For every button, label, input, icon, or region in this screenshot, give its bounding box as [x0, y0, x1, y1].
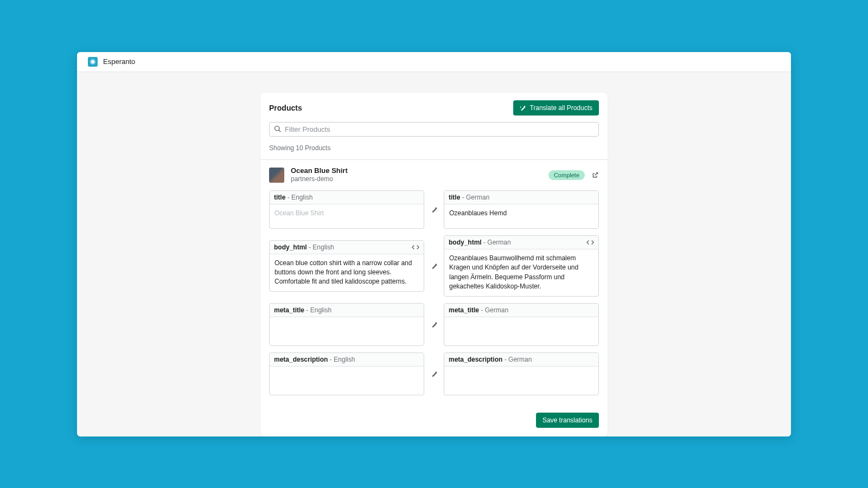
product-vendor: partners-demo	[291, 175, 542, 184]
product-name: Ocean Blue Shirt	[291, 166, 542, 176]
translate-field-button[interactable]	[430, 370, 438, 377]
field-key: title	[449, 194, 460, 201]
field-header: title - German	[444, 191, 598, 204]
code-icon[interactable]	[586, 239, 594, 246]
field-value[interactable]	[270, 367, 424, 395]
content-area: Products Translate all Products Showing …	[77, 72, 791, 436]
field-header: meta_title - English	[270, 304, 424, 317]
field-row-meta-description: meta_description - English meta_descript…	[269, 352, 599, 395]
field-value[interactable]	[444, 317, 598, 345]
translate-field-button[interactable]	[430, 321, 438, 328]
app-window: Esperanto Products Translate all Product…	[77, 52, 791, 436]
search-icon	[274, 125, 282, 133]
field-key: body_html	[449, 239, 482, 246]
field-row-title: title - English Ocean Blue Shirt title -…	[269, 190, 599, 229]
field-body-html-source[interactable]: body_html - English Ocean blue cotton sh…	[269, 240, 424, 292]
translate-field-button[interactable]	[430, 206, 438, 213]
field-value[interactable]: Ocean blue cotton shirt with a narrow co…	[270, 254, 424, 291]
search-input[interactable]	[285, 125, 594, 133]
field-key: meta_description	[449, 356, 502, 363]
app-logo-icon	[90, 59, 95, 65]
field-header: meta_title - German	[444, 304, 598, 317]
save-translations-button[interactable]: Save translations	[536, 413, 599, 428]
field-key: meta_title	[274, 306, 304, 314]
translate-field-button[interactable]	[430, 262, 438, 269]
field-lang: English	[312, 243, 334, 251]
translate-all-label: Translate all Products	[529, 104, 592, 112]
field-meta-description-target[interactable]: meta_description - German	[444, 352, 599, 395]
field-value[interactable]: Ozeanblaues Hemd	[444, 204, 598, 228]
card-header: Products Translate all Products	[260, 93, 608, 122]
field-meta-title-target[interactable]: meta_title - German	[444, 303, 599, 346]
field-key: body_html	[274, 243, 307, 251]
magic-wand-icon	[520, 105, 526, 111]
page-title: Products	[269, 104, 302, 112]
field-meta-title-source[interactable]: meta_title - English	[269, 303, 424, 346]
magic-wand-icon	[431, 370, 438, 377]
field-title-source[interactable]: title - English Ocean Blue Shirt	[269, 190, 424, 229]
search-wrap	[260, 122, 608, 141]
product-block: Ocean Blue Shirt partners-demo Complete …	[260, 159, 608, 436]
field-value[interactable]: Ozeanblaues Baumwollhemd mit schmalem Kr…	[444, 249, 598, 296]
field-lang: English	[291, 194, 312, 201]
field-header: title - English	[270, 191, 424, 204]
field-header: meta_description - German	[444, 353, 598, 367]
field-key: meta_description	[274, 356, 328, 363]
search-box[interactable]	[269, 122, 599, 137]
app-logo	[88, 57, 98, 67]
magic-wand-icon	[431, 206, 438, 213]
field-lang: German	[466, 194, 489, 201]
field-lang: German	[508, 356, 532, 363]
field-meta-description-source[interactable]: meta_description - English	[269, 352, 424, 395]
field-lang: German	[487, 239, 510, 246]
field-key: meta_title	[449, 306, 479, 314]
field-value[interactable]	[270, 317, 424, 345]
field-row-meta-title: meta_title - English meta_title - German	[269, 303, 599, 346]
field-lang: English	[334, 356, 355, 363]
magic-wand-icon	[431, 321, 438, 328]
field-header: meta_description - English	[270, 353, 424, 367]
save-label: Save translations	[542, 416, 592, 424]
save-row: Save translations	[260, 410, 608, 436]
field-lang: German	[485, 306, 508, 314]
field-title-target[interactable]: title - German Ozeanblaues Hemd	[444, 190, 599, 229]
magic-wand-icon	[431, 262, 438, 269]
translation-fields: title - English Ocean Blue Shirt title -…	[260, 190, 608, 410]
products-card: Products Translate all Products Showing …	[260, 93, 608, 436]
field-key: title	[274, 194, 285, 201]
field-row-body-html: body_html - English Ocean blue cotton sh…	[269, 235, 599, 297]
topbar: Esperanto	[77, 52, 791, 72]
product-titles: Ocean Blue Shirt partners-demo	[291, 166, 542, 184]
external-link-icon[interactable]	[591, 171, 599, 179]
field-value[interactable]	[444, 367, 598, 395]
translate-all-button[interactable]: Translate all Products	[513, 100, 599, 115]
field-lang: English	[310, 306, 331, 314]
field-body-html-target[interactable]: body_html - German Ozeanblaues Baumwollh…	[444, 235, 599, 297]
product-header: Ocean Blue Shirt partners-demo Complete	[260, 160, 608, 190]
app-name: Esperanto	[103, 57, 135, 66]
field-header: body_html - German	[444, 236, 598, 249]
field-header: body_html - English	[270, 241, 424, 254]
status-badge: Complete	[548, 170, 585, 180]
product-thumbnail	[269, 168, 284, 183]
code-icon[interactable]	[412, 244, 419, 251]
field-value[interactable]: Ocean Blue Shirt	[270, 204, 424, 228]
result-count: Showing 10 Products	[260, 141, 608, 159]
